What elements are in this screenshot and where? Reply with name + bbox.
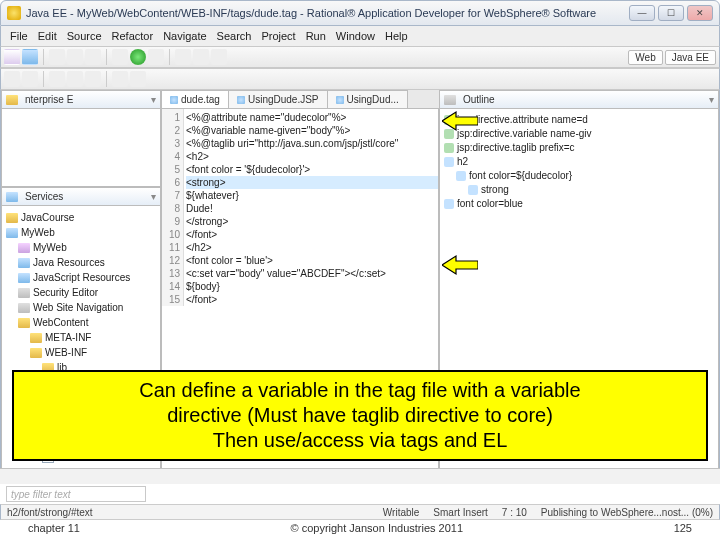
outline-icon	[444, 157, 454, 167]
toolbar-button[interactable]	[49, 49, 65, 65]
menu-refactor[interactable]: Refactor	[107, 30, 159, 42]
toolbar-button[interactable]	[85, 49, 101, 65]
toolbar-button[interactable]	[112, 49, 128, 65]
menu-help[interactable]: Help	[380, 30, 413, 42]
tab-menu-icon[interactable]: ▾	[709, 94, 714, 105]
toolbar-button[interactable]	[175, 49, 191, 65]
menu-file[interactable]: File	[5, 30, 33, 42]
minimize-button[interactable]: —	[629, 5, 655, 21]
slide-chapter: chapter 11	[28, 522, 80, 534]
toolbar-button[interactable]	[112, 71, 128, 87]
outline-item[interactable]: jsp:directive.taglib prefix=c	[442, 141, 716, 155]
tree-icon	[18, 258, 30, 268]
tree-item[interactable]: Security Editor	[4, 285, 158, 300]
slide-footer: chapter 11 © copyright Janson Industries…	[0, 522, 720, 534]
code-content[interactable]: <%@attribute name="dudecolor"%><%@variab…	[186, 111, 438, 306]
line-gutter: 123456789101112131415	[162, 109, 184, 306]
outline-item[interactable]: jsp:directive.attribute name=d	[442, 113, 716, 127]
callout-arrow	[442, 254, 478, 276]
callout-arrow	[442, 110, 478, 132]
menu-source[interactable]: Source	[62, 30, 107, 42]
outline-icon	[444, 199, 454, 209]
tree-item[interactable]: Web Site Navigation	[4, 300, 158, 315]
editor-tab[interactable]: UsingDude.JSP	[228, 90, 328, 108]
tree-item[interactable]: JavaScript Resources	[4, 270, 158, 285]
outline-tree[interactable]: jsp:directive.attribute name=djsp:direct…	[440, 109, 718, 215]
toolbar-separator	[43, 49, 44, 65]
type-filter-input[interactable]: type filter text	[6, 486, 146, 502]
tab-menu-icon[interactable]: ▾	[151, 191, 156, 202]
tree-item[interactable]: WEB-INF	[4, 345, 158, 360]
tree-icon	[6, 213, 18, 223]
outline-icon	[456, 171, 466, 181]
menu-edit[interactable]: Edit	[33, 30, 62, 42]
toolbar-separator	[106, 49, 107, 65]
app-icon	[7, 6, 21, 20]
toolbar-button[interactable]	[22, 71, 38, 87]
toolbar-button[interactable]	[193, 49, 209, 65]
menu-navigate[interactable]: Navigate	[158, 30, 211, 42]
editor-tab[interactable]: dude.tag	[161, 90, 229, 108]
status-path: h2/font/strong/#text	[7, 507, 93, 518]
new-button[interactable]	[4, 49, 20, 65]
outline-icon	[468, 185, 478, 195]
annotation-line: Then use/access via tags and EL	[24, 428, 696, 453]
toolbar-button[interactable]	[4, 71, 20, 87]
tree-item[interactable]: WebContent	[4, 315, 158, 330]
slide-copyright: © copyright Janson Industries 2011	[291, 522, 464, 534]
tree-item[interactable]: MyWeb	[4, 240, 158, 255]
menu-project[interactable]: Project	[256, 30, 300, 42]
menu-run[interactable]: Run	[301, 30, 331, 42]
window-titlebar: Java EE - MyWeb/WebContent/WEB-INF/tags/…	[0, 0, 720, 26]
explorer-tab-label: nterprise E	[25, 94, 73, 105]
outline-item[interactable]: font color=blue	[442, 197, 716, 211]
services-tab-label: Services	[25, 191, 63, 202]
file-icon	[336, 96, 344, 104]
window-title: Java EE - MyWeb/WebContent/WEB-INF/tags/…	[26, 7, 626, 19]
annotation-box: Can define a variable in the tag file wi…	[12, 370, 708, 461]
toolbar-button[interactable]	[67, 71, 83, 87]
services-tab[interactable]: Services ▾	[2, 188, 160, 206]
tab-menu-icon[interactable]: ▾	[151, 94, 156, 105]
menu-window[interactable]: Window	[331, 30, 380, 42]
tree-icon	[18, 288, 30, 298]
editor-tab[interactable]: UsingDud...	[327, 90, 408, 108]
perspective-javaee[interactable]: Java EE	[665, 50, 716, 65]
menu-search[interactable]: Search	[212, 30, 257, 42]
tree-item[interactable]: Java Resources	[4, 255, 158, 270]
tree-icon	[18, 273, 30, 283]
maximize-button[interactable]: ☐	[658, 5, 684, 21]
tree-icon	[30, 348, 42, 358]
outline-item[interactable]: jsp:directive.variable name-giv	[442, 127, 716, 141]
toolbar-button[interactable]	[85, 71, 101, 87]
file-icon	[237, 96, 245, 104]
tree-item[interactable]: META-INF	[4, 330, 158, 345]
toolbar-button[interactable]	[211, 49, 227, 65]
toolbar-button[interactable]	[49, 71, 65, 87]
svg-marker-1	[442, 256, 478, 274]
close-button[interactable]: ✕	[687, 5, 713, 21]
toolbar-button[interactable]	[130, 71, 146, 87]
outline-item[interactable]: strong	[442, 183, 716, 197]
perspective-web[interactable]: Web	[628, 50, 662, 65]
tree-item[interactable]: JavaCourse	[4, 210, 158, 225]
tree-icon	[18, 243, 30, 253]
enterprise-explorer-pane: nterprise E ▾	[1, 90, 161, 187]
outline-item[interactable]: h2	[442, 155, 716, 169]
svg-marker-0	[442, 112, 478, 130]
tree-icon	[30, 333, 42, 343]
explorer-tab[interactable]: nterprise E ▾	[2, 91, 160, 109]
run-button[interactable]	[130, 49, 146, 65]
tree-item[interactable]: MyWeb	[4, 225, 158, 240]
file-icon	[170, 96, 178, 104]
toolbar-button[interactable]	[148, 49, 164, 65]
services-icon	[6, 192, 18, 202]
outline-item[interactable]: font color=${dudecolor}	[442, 169, 716, 183]
status-bar: h2/font/strong/#text Writable Smart Inse…	[0, 504, 720, 520]
save-button[interactable]	[22, 49, 38, 65]
slide-page: 125	[674, 522, 692, 534]
status-writable: Writable	[383, 507, 420, 518]
outline-icon	[444, 143, 454, 153]
toolbar-button[interactable]	[67, 49, 83, 65]
outline-tab[interactable]: Outline ▾	[440, 91, 718, 109]
